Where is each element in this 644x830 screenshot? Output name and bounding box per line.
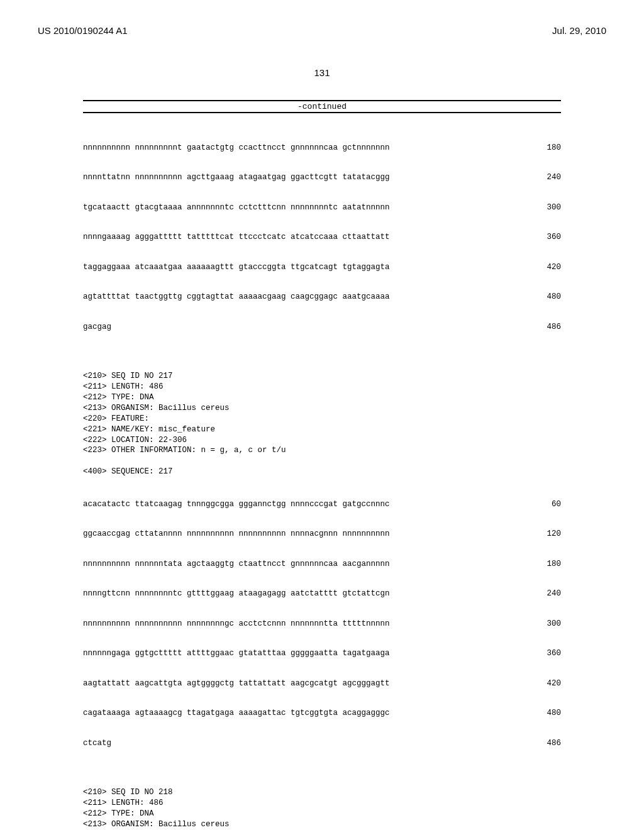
publication-number: US 2010/0190244 A1 bbox=[38, 25, 128, 36]
seq-pos: 120 bbox=[530, 527, 561, 542]
seq-text: nnnngaaaag agggattttt tatttttcat ttccctc… bbox=[83, 230, 390, 245]
seq-pos: 486 bbox=[530, 736, 561, 751]
seq-pos: 480 bbox=[530, 706, 561, 721]
sequence-217-header: <210> SEQ ID NO 217 <211> LENGTH: 486 <2… bbox=[83, 371, 561, 477]
sequence-216-tail: nnnnnnnnnn nnnnnnnnnt gaatactgtg ccacttn… bbox=[83, 126, 561, 350]
seq-pos: 180 bbox=[530, 141, 561, 156]
seq-text: gacgag bbox=[83, 320, 111, 335]
seq-text: nnnnnnnnnn nnnnnntata agctaaggtg ctaattn… bbox=[83, 557, 390, 572]
continued-label: -continued bbox=[83, 100, 561, 113]
seq-pos: 180 bbox=[530, 557, 561, 572]
seq-pos: 480 bbox=[530, 290, 561, 305]
seq-pos: 420 bbox=[530, 677, 561, 692]
seq-text: cagataaaga agtaaaagcg ttagatgaga aaaagat… bbox=[83, 706, 390, 721]
seq-pos: 360 bbox=[530, 646, 561, 661]
sequence-218-header: <210> SEQ ID NO 218 <211> LENGTH: 486 <2… bbox=[83, 787, 561, 830]
seq-text: nnnnnngaga ggtgcttttt attttggaac gtatatt… bbox=[83, 646, 390, 661]
seq-text: aagtattatt aagcattgta agtggggctg tattatt… bbox=[83, 677, 390, 692]
sequence-217-body: acacatactc ttatcaagag tnnnggcgga gggannc… bbox=[83, 482, 561, 766]
seq-pos: 240 bbox=[530, 587, 561, 602]
seq-text: agtattttat taactggttg cggtagttat aaaaacg… bbox=[83, 290, 390, 305]
seq-text: nnnnnnnnnn nnnnnnnnnn nnnnnnnngc acctctc… bbox=[83, 617, 390, 632]
seq-text: taggaggaaa atcaaatgaa aaaaaagttt gtacccg… bbox=[83, 260, 390, 275]
seq-pos: 486 bbox=[530, 320, 561, 335]
page-header: US 2010/0190244 A1 Jul. 29, 2010 bbox=[38, 25, 606, 36]
seq-text: tgcataactt gtacgtaaaa annnnnnntc cctcttt… bbox=[83, 201, 390, 216]
seq-pos: 300 bbox=[530, 617, 561, 632]
seq-text: acacatactc ttatcaagag tnnnggcgga gggannc… bbox=[83, 497, 390, 512]
seq-pos: 60 bbox=[530, 497, 561, 512]
seq-text: ctcatg bbox=[83, 736, 111, 751]
seq-pos: 300 bbox=[530, 201, 561, 216]
page-number: 131 bbox=[38, 67, 606, 78]
seq-pos: 240 bbox=[530, 170, 561, 185]
seq-text: ggcaaccgag cttatannnn nnnnnnnnnn nnnnnnn… bbox=[83, 527, 390, 542]
seq-text: nnnnttatnn nnnnnnnnnn agcttgaaag atagaat… bbox=[83, 170, 390, 185]
publication-date: Jul. 29, 2010 bbox=[552, 25, 606, 36]
seq-text: nnnngttcnn nnnnnnnntc gttttggaag ataagag… bbox=[83, 587, 390, 602]
seq-text: nnnnnnnnnn nnnnnnnnnt gaatactgtg ccacttn… bbox=[83, 141, 390, 156]
seq-pos: 360 bbox=[530, 230, 561, 245]
seq-pos: 420 bbox=[530, 260, 561, 275]
